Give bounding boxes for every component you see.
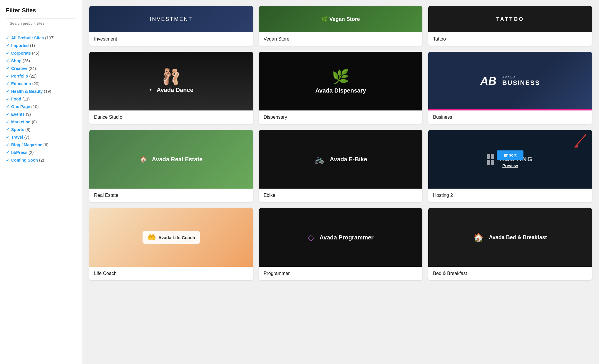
bnb-icon: 🏠 xyxy=(473,233,483,242)
filter-item-shop[interactable]: ✓ Shop (26) xyxy=(6,57,76,65)
card-image-dance: 🩰 ✦ Avada Dance xyxy=(89,52,253,110)
lifecoach-inner: 🤲 Avada Life Coach xyxy=(143,231,200,244)
card-label: Dance Studio xyxy=(89,110,253,124)
business-logo-row: AB AVADA BUSINESS xyxy=(480,75,540,88)
filter-item-health-beauty[interactable]: ✓ Health & Beauty (19) xyxy=(6,88,76,95)
filter-count: (1) xyxy=(30,43,35,48)
dance-name: Avada Dance xyxy=(157,87,193,93)
filter-item-portfolio[interactable]: ✓ Portfolio (22) xyxy=(6,72,76,80)
business-text-block: AVADA BUSINESS xyxy=(502,76,540,87)
site-card-tattoo[interactable]: TATTOO Tattoo xyxy=(428,6,592,46)
bnb-name: Avada Bed & Breakfast xyxy=(489,234,547,241)
filter-label: Travel xyxy=(11,135,23,140)
filter-count: (2) xyxy=(29,150,34,155)
filter-count: (19) xyxy=(44,89,51,94)
filter-item-events[interactable]: ✓ Events (9) xyxy=(6,110,76,118)
filter-count: (107) xyxy=(45,36,55,40)
home-icon: 🏠 xyxy=(140,156,147,163)
sites-grid: INVESTMENT Investment 🌿 Vegan Store Vega… xyxy=(89,6,592,280)
filter-count: (22) xyxy=(29,74,37,78)
filter-label: Corporate xyxy=(11,51,31,56)
filter-item-bbpress[interactable]: ✓ bbPress (2) xyxy=(6,149,76,156)
check-icon: ✓ xyxy=(6,150,9,155)
check-icon: ✓ xyxy=(6,112,9,117)
realestate-text-row: 🏠 Avada Real Estate xyxy=(140,156,203,163)
filter-item-creative[interactable]: ✓ Creative (24) xyxy=(6,65,76,72)
filter-item-imported[interactable]: ✓ Imported (1) xyxy=(6,42,76,49)
card-image-business: AB AVADA BUSINESS xyxy=(428,52,592,110)
ebike-name: Avada E-Bike xyxy=(330,156,367,163)
investment-label: INVESTMENT xyxy=(150,16,193,22)
site-card-dispensary[interactable]: 🌿 Avada Dispensary Dispensary xyxy=(259,52,423,124)
site-card-bnb[interactable]: 🏠 Avada Bed & Breakfast Bed & Breakfast xyxy=(428,208,592,280)
check-icon: ✓ xyxy=(6,81,9,86)
filter-item-sports[interactable]: ✓ Sports (8) xyxy=(6,126,76,133)
filter-item-food[interactable]: ✓ Food (11) xyxy=(6,95,76,103)
vegan-label: 🌿 Vegan Store xyxy=(321,16,360,22)
ballet-icon: 🩰 xyxy=(162,69,181,84)
filter-item-onepage[interactable]: ✓ One Page (10) xyxy=(6,103,76,110)
card-label: Real Estate xyxy=(89,189,253,202)
search-input[interactable] xyxy=(6,19,76,28)
tattoo-label: TATTOO xyxy=(496,16,524,22)
sidebar-title: Filter Sites xyxy=(6,7,76,14)
check-icon: ✓ xyxy=(6,120,9,124)
filter-item-education[interactable]: ✓ Education (20) xyxy=(6,80,76,88)
check-icon: ✓ xyxy=(6,43,9,48)
card-label: Investment xyxy=(89,32,253,46)
lifecoach-icon: 🤲 xyxy=(147,233,156,241)
filter-item-marketing[interactable]: ✓ Marketing (8) xyxy=(6,118,76,126)
bnb-brand: 🏠 Avada Bed & Breakfast xyxy=(428,208,592,267)
filter-label: All Prebuilt Sites xyxy=(11,36,44,40)
svg-marker-1 xyxy=(574,144,578,147)
filter-count: (20) xyxy=(32,81,40,86)
filter-count: (11) xyxy=(22,97,30,101)
site-card-ebike[interactable]: 🚲 Avada E-Bike Ebike xyxy=(259,130,423,202)
lifecoach-name: Avada Life Coach xyxy=(158,235,195,240)
filter-count: (9) xyxy=(26,112,31,117)
site-card-investment[interactable]: INVESTMENT Investment xyxy=(89,6,253,46)
filter-label: Events xyxy=(11,112,25,117)
filter-label: Coming Soon xyxy=(11,158,38,162)
site-card-lifecoach[interactable]: 🤲 Avada Life Coach Life Coach xyxy=(89,208,253,280)
filter-label: Sports xyxy=(11,127,24,132)
card-image-programmer: ◇ Avada Programmer xyxy=(259,208,423,267)
programmer-text-row: ◇ Avada Programmer xyxy=(308,233,374,242)
card-image-bnb: 🏠 Avada Bed & Breakfast xyxy=(428,208,592,267)
filter-item-all[interactable]: ✓ All Prebuilt Sites (107) xyxy=(6,34,76,42)
hosting-overlay: Import Preview xyxy=(428,130,592,189)
filter-count: (6) xyxy=(43,142,48,147)
filter-label: Food xyxy=(11,97,21,101)
card-image-ebike: 🚲 Avada E-Bike xyxy=(259,130,423,189)
filter-item-travel[interactable]: ✓ Travel (7) xyxy=(6,133,76,141)
filter-label: Blog / Magazine xyxy=(11,142,42,147)
dance-brand: 🩰 ✦ Avada Dance xyxy=(89,52,253,110)
business-name: BUSINESS xyxy=(502,79,540,87)
preview-button[interactable]: Preview xyxy=(502,163,518,168)
dance-text-row: ✦ Avada Dance xyxy=(149,87,193,93)
site-card-hosting[interactable]: HOSTING Import Preview Hosting 2 xyxy=(428,130,592,202)
filter-item-blog[interactable]: ✓ Blog / Magazine (6) xyxy=(6,141,76,149)
filter-count: (10) xyxy=(31,104,39,109)
site-card-programmer[interactable]: ◇ Avada Programmer Programmer xyxy=(259,208,423,280)
card-image-lifecoach: 🤲 Avada Life Coach xyxy=(89,208,253,267)
realestate-name: Avada Real Estate xyxy=(152,156,203,163)
site-card-business[interactable]: AB AVADA BUSINESS Business xyxy=(428,52,592,124)
card-label: Programmer xyxy=(259,267,423,280)
card-label: Dispensary xyxy=(259,110,423,124)
filter-item-coming-soon[interactable]: ✓ Coming Soon (2) xyxy=(6,156,76,164)
card-image-tattoo: TATTOO xyxy=(428,6,592,32)
check-icon: ✓ xyxy=(6,58,9,63)
site-card-dance[interactable]: 🩰 ✦ Avada Dance Dance Studio xyxy=(89,52,253,124)
check-icon: ✓ xyxy=(6,89,9,94)
card-label: Ebike xyxy=(259,189,423,202)
site-card-vegan[interactable]: 🌿 Vegan Store Vegan Store xyxy=(259,6,423,46)
sidebar: Filter Sites ✓ All Prebuilt Sites (107) … xyxy=(0,0,82,364)
import-button[interactable]: Import xyxy=(497,150,524,160)
dispensary-brand: 🌿 Avada Dispensary xyxy=(259,52,423,110)
check-icon: ✓ xyxy=(6,127,9,132)
check-icon: ✓ xyxy=(6,36,9,40)
filter-item-corporate[interactable]: ✓ Corporate (45) xyxy=(6,49,76,57)
site-card-realestate[interactable]: 🏠 Avada Real Estate Real Estate xyxy=(89,130,253,202)
filter-count: (26) xyxy=(23,58,30,63)
